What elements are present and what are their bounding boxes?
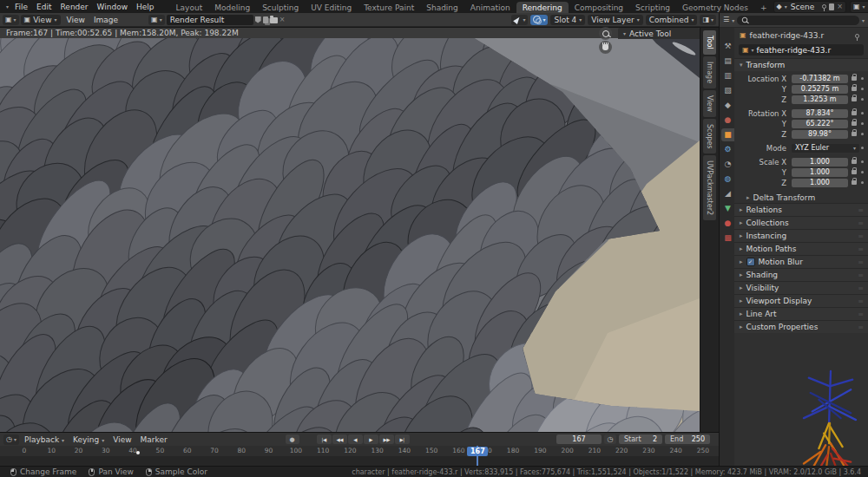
particles-properties-tab[interactable]: ◔ xyxy=(721,158,734,171)
workspace-tab-modeling[interactable]: Modeling xyxy=(208,2,256,13)
number-field-z[interactable]: 1.000 xyxy=(792,179,848,187)
timeline-menu-marker[interactable]: Marker xyxy=(137,435,171,444)
play-button[interactable]: ▶ xyxy=(364,435,378,444)
gizmos-toggle[interactable]: ▾ xyxy=(511,15,528,25)
tool-properties-tab[interactable]: ⚒ xyxy=(721,40,734,53)
animate-dot-icon[interactable] xyxy=(861,160,864,163)
lock-icon[interactable] xyxy=(852,160,857,164)
workspace-tab-geometry-nodes[interactable]: Geometry Nodes xyxy=(676,2,754,13)
number-field-scale-x[interactable]: 1.000 xyxy=(792,158,848,167)
workspace-tab-scripting[interactable]: Scripting xyxy=(629,2,676,13)
lock-icon[interactable] xyxy=(852,170,857,174)
lock-icon[interactable] xyxy=(852,76,857,81)
sidebar-tab-tool[interactable]: Tool xyxy=(703,30,716,55)
animate-dot-icon[interactable] xyxy=(861,171,864,173)
next-keyframe-button[interactable]: ▶▶ xyxy=(379,435,394,444)
timeline-menu-keying[interactable]: Keying ▾ xyxy=(69,435,108,444)
frame-start-field[interactable]: Start2 xyxy=(619,435,662,444)
pin-id-icon[interactable] xyxy=(855,34,859,38)
output-properties-tab[interactable]: ▥ xyxy=(721,69,734,82)
animate-dot-icon[interactable] xyxy=(861,133,864,135)
number-field-rotation-x[interactable]: 87.834° xyxy=(792,109,848,118)
image-datablock-name[interactable]: Render Result xyxy=(167,15,253,25)
sidebar-tab-scopes[interactable]: Scopes xyxy=(703,119,716,154)
editor-type-button[interactable]: ▣ ▾ xyxy=(3,15,19,25)
number-field-y[interactable]: 0.25275 m xyxy=(792,85,848,94)
physics-properties-tab[interactable]: ◍ xyxy=(721,173,734,186)
render-pass-dropdown[interactable]: Combined▾ xyxy=(646,15,698,25)
open-image-icon[interactable] xyxy=(270,17,278,23)
number-field-location-x[interactable]: -0.71382 m xyxy=(792,75,848,83)
workspace-tab-uv-editing[interactable]: UV Editing xyxy=(305,2,358,13)
menu-window[interactable]: Window xyxy=(93,3,133,11)
lock-icon[interactable] xyxy=(852,132,857,136)
object-name-field[interactable]: ▣ ▾ feather-ridge-433.r xyxy=(739,44,864,56)
breadcrumb-object-name[interactable]: feather-ridge-433.r xyxy=(750,31,825,40)
motion-blur-checkbox[interactable]: ✓ xyxy=(746,258,755,266)
object-data-properties-tab[interactable]: ▼ xyxy=(721,202,734,215)
animate-dot-icon[interactable] xyxy=(861,112,864,114)
filter-chevron-icon[interactable]: ▾ xyxy=(862,17,865,23)
number-field-z[interactable]: 1.3253 m xyxy=(792,95,848,104)
render-properties-tab[interactable]: ▤ xyxy=(721,55,734,68)
modifiers-properties-tab[interactable]: ⚙ xyxy=(721,143,734,156)
auto-keying-button[interactable]: ● xyxy=(286,435,299,444)
world-properties-tab[interactable]: ● xyxy=(721,114,734,127)
timeline-editor-type-button[interactable]: ◷ ▾ xyxy=(3,435,19,445)
workspace-tab-item[interactable]: + xyxy=(754,2,773,13)
sidebar-tab-image[interactable]: Image xyxy=(703,56,716,88)
workspace-tab-compositing[interactable]: Compositing xyxy=(569,2,629,13)
unlink-scene-icon[interactable]: × xyxy=(837,3,843,10)
workspace-tab-sculpting[interactable]: Sculpting xyxy=(256,2,305,13)
object-properties-tab[interactable]: ■ xyxy=(721,128,734,141)
menu-file[interactable]: File xyxy=(10,3,32,11)
number-field-y[interactable]: 65.222° xyxy=(792,120,848,128)
panel-line-art[interactable]: ▸Line Art≡ xyxy=(734,307,868,320)
jump-start-button[interactable]: |◀ xyxy=(317,435,332,444)
constraints-properties-tab[interactable]: ◢ xyxy=(721,187,734,200)
app-menu-chevron-icon[interactable]: ▾ xyxy=(6,3,9,10)
frame-end-field[interactable]: End250 xyxy=(665,435,710,444)
timeline-menu-playback[interactable]: Playback ▾ xyxy=(21,435,68,444)
lock-icon[interactable] xyxy=(852,111,857,115)
use-preview-range-toggle[interactable]: ◷ xyxy=(604,435,616,444)
image-editor-menu-image[interactable]: Image xyxy=(89,16,122,24)
menu-render[interactable]: Render xyxy=(56,3,93,11)
image-viewport[interactable] xyxy=(0,38,700,432)
timeline-ruler[interactable]: 0102030405060708090100110120130140150160… xyxy=(0,446,719,456)
scene-selector[interactable]: ◆ ▾ Scene × xyxy=(773,1,846,13)
animate-dot-icon[interactable] xyxy=(861,181,864,184)
material-properties-tab[interactable]: ● xyxy=(721,217,734,230)
jump-end-button[interactable]: ▶| xyxy=(395,435,410,444)
number-field-y[interactable]: 1.000 xyxy=(792,168,848,177)
chevron-down-icon[interactable]: ▾ xyxy=(732,17,734,23)
workspace-tab-layout[interactable]: Layout xyxy=(170,2,209,13)
editor-mode-dropdown[interactable]: ▣ View ▾ xyxy=(21,15,61,25)
panel-motion-blur[interactable]: ▸✓Motion Blur≡ xyxy=(734,255,868,268)
sidebar-tab-view[interactable]: View xyxy=(703,90,716,117)
panel-custom-properties[interactable]: ▸Custom Properties≡ xyxy=(734,320,868,333)
overlays-toggle[interactable]: ▾ xyxy=(530,15,548,25)
scene-properties-tab[interactable]: ◆ xyxy=(721,99,734,112)
pin-icon[interactable] xyxy=(822,4,826,9)
workspace-tab-shading[interactable]: Shading xyxy=(420,2,464,13)
lock-icon[interactable] xyxy=(852,180,857,185)
animate-dot-icon[interactable] xyxy=(861,147,864,149)
lock-icon[interactable] xyxy=(852,121,857,126)
properties-search-input[interactable] xyxy=(737,16,859,25)
prev-keyframe-button[interactable]: ◀◀ xyxy=(332,435,347,444)
lock-icon[interactable] xyxy=(852,97,857,101)
panel-delta-transform[interactable]: ▸ Delta Transform xyxy=(734,192,868,203)
animate-dot-icon[interactable] xyxy=(861,122,864,125)
current-frame-field[interactable]: 167 xyxy=(556,435,602,444)
workspace-tab-animation[interactable]: Animation xyxy=(464,2,516,13)
panel-relations[interactable]: ▸Relations≡ xyxy=(734,203,868,216)
transform-panel-header[interactable]: ▾ Transform xyxy=(734,58,868,71)
panel-visibility[interactable]: ▸Visibility≡ xyxy=(734,281,868,294)
panel-viewport-display[interactable]: ▸Viewport Display≡ xyxy=(734,294,868,307)
panel-shading[interactable]: ▸Shading≡ xyxy=(734,268,868,281)
fake-user-icon[interactable] xyxy=(255,16,261,23)
workspace-tab-texture-paint[interactable]: Texture Paint xyxy=(358,2,420,13)
image-datablock-browse[interactable]: ▣ ▾ xyxy=(148,15,165,25)
unlink-image-icon[interactable]: × xyxy=(279,16,286,23)
